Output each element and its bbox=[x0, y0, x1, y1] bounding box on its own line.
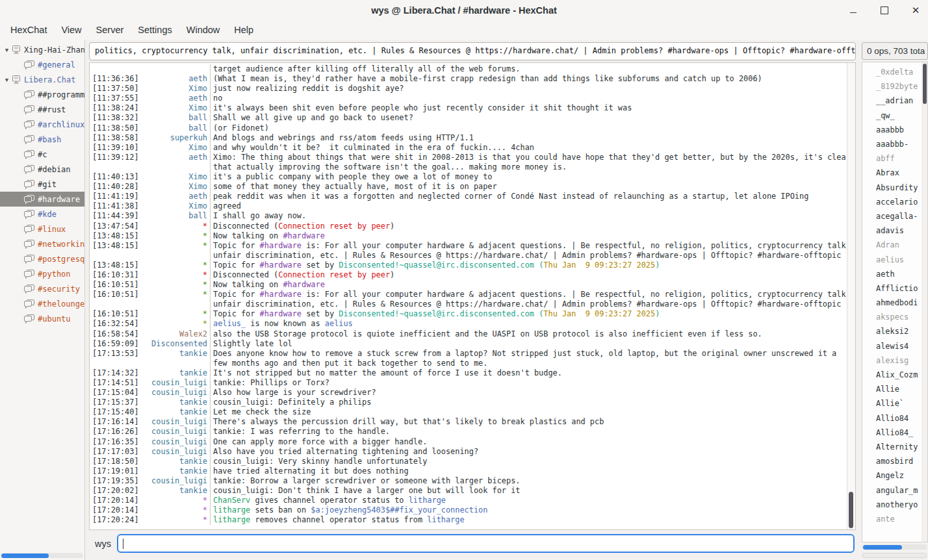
userlist-hscrollbar-track[interactable] bbox=[862, 553, 927, 558]
timestamp: [11:37:55] bbox=[90, 94, 138, 103]
expander-icon[interactable]: ▼ bbox=[2, 77, 12, 83]
timestamp: [17:15:37] bbox=[90, 398, 138, 407]
userlist-item-allio84[interactable]: Allio84_ bbox=[862, 426, 922, 440]
message-text: cousin_luigi: Don't think I have a large… bbox=[211, 486, 847, 496]
network-xing-hai-zhan[interactable]: ▼Xing-Hai-Zhan bbox=[0, 42, 84, 57]
timestamp: [17:16:26] bbox=[90, 427, 138, 437]
menu-server[interactable]: Server bbox=[89, 22, 131, 38]
scrollbar-thumb[interactable] bbox=[863, 545, 902, 550]
userlist-item-aelius[interactable]: aelius bbox=[862, 252, 922, 266]
message-text: unfair discrimination, etc. | Rules & Re… bbox=[211, 251, 847, 261]
channel-tree-hscrollbar[interactable] bbox=[1, 553, 83, 558]
userlist-item-adrian[interactable]: __adrian bbox=[862, 94, 922, 108]
channel-general[interactable]: #general bbox=[0, 57, 84, 72]
userlist-item-allie[interactable]: Allie bbox=[862, 382, 922, 396]
channel-hardware[interactable]: #hardware bbox=[0, 192, 84, 207]
channel-thelounge[interactable]: #thelounge bbox=[0, 296, 84, 311]
timestamp: [11:44:39] bbox=[90, 211, 138, 221]
userlist-item-allie[interactable]: Allie` bbox=[862, 396, 922, 411]
message-text: also the USB Storage protocol is quiote … bbox=[211, 329, 847, 339]
message-text: few months ago and then put it back toge… bbox=[211, 359, 847, 368]
network-libera-chat[interactable]: ▼Libera.Chat bbox=[0, 72, 84, 87]
message-input[interactable] bbox=[117, 534, 855, 553]
userlist-item-abff[interactable]: abff bbox=[862, 151, 922, 166]
userlist-item-angular-m[interactable]: angular_m bbox=[862, 483, 922, 497]
chat-line: [11:40:13]Ximoit's a public company with… bbox=[90, 172, 847, 182]
userlist-item-amosbird[interactable]: amosbird bbox=[862, 454, 922, 468]
userlist-hscrollbar[interactable] bbox=[862, 544, 927, 550]
channel-ubuntu[interactable]: #ubuntu bbox=[0, 311, 84, 326]
channel-linux[interactable]: #linux bbox=[0, 222, 84, 236]
close-icon[interactable]: ✕ bbox=[910, 5, 922, 16]
chat-line: [17:15:37]tankiecousin_luigi: Definitely… bbox=[90, 398, 847, 407]
channel-debian[interactable]: #debian bbox=[0, 162, 84, 177]
userlist-vscrollbar[interactable] bbox=[922, 62, 927, 542]
user-count-label: 0 ops, 703 tota bbox=[862, 42, 928, 60]
userlist-item-alexisg[interactable]: alexisg bbox=[862, 353, 922, 368]
userlist-item-angelz[interactable]: Angelz bbox=[862, 468, 922, 483]
userlist-item-8192byte[interactable]: _8192byte bbox=[862, 79, 922, 94]
maximize-icon[interactable] bbox=[879, 5, 890, 16]
userlist-item-aaabbb[interactable]: aaabbb bbox=[862, 123, 922, 137]
userlist-item-allio84[interactable]: Allio84 bbox=[862, 411, 922, 426]
scrollbar-thumb[interactable] bbox=[1, 554, 49, 558]
chat-line: [17:20:02]tankiecousin_luigi: Don't thin… bbox=[90, 486, 847, 496]
userlist-item-ante[interactable]: ante bbox=[862, 512, 922, 526]
timestamp: [11:38:24] bbox=[90, 103, 138, 113]
userlist-item-alewis4[interactable]: alewis4 bbox=[862, 339, 922, 353]
menu-settings[interactable]: Settings bbox=[131, 22, 179, 38]
center-column: politics, cryptocurrency talk, unfair di… bbox=[85, 40, 859, 560]
chat-vscrollbar[interactable] bbox=[847, 63, 855, 529]
channel-archlinux[interactable]: #archlinux bbox=[0, 117, 84, 132]
channel-rust[interactable]: ##rust bbox=[0, 102, 84, 117]
userlist-item-afflictio[interactable]: Afflictio bbox=[862, 281, 922, 296]
scrollbar-thumb[interactable] bbox=[923, 64, 927, 104]
nick: Ximo bbox=[138, 172, 207, 182]
minimize-icon[interactable] bbox=[847, 5, 859, 16]
menu-help[interactable]: Help bbox=[227, 22, 261, 38]
userlist-item-aeth[interactable]: aeth bbox=[862, 267, 922, 281]
chat-line: [11:38:24]Ximoit's always been shit even… bbox=[90, 103, 847, 113]
channel-postgresql[interactable]: #postgresql bbox=[0, 251, 84, 266]
userlist-item-adran[interactable]: Adran bbox=[862, 238, 922, 252]
channel-c[interactable]: #c bbox=[0, 147, 84, 162]
nick: cousin_luigi bbox=[138, 476, 207, 486]
message-text: Disconnected (Connection reset by peer) bbox=[211, 222, 847, 231]
timestamp: [17:14:51] bbox=[90, 378, 138, 388]
menu-view[interactable]: View bbox=[54, 22, 88, 38]
userlist-item-absurdity[interactable]: Absurdity bbox=[862, 181, 922, 195]
userlist-item-ahmedbodi[interactable]: ahmedbodi bbox=[862, 296, 922, 310]
userlist-item-aleksi2[interactable]: aleksi2 bbox=[862, 324, 922, 338]
userlist-item-alternity[interactable]: Alternity bbox=[862, 440, 922, 454]
userlist-item-anotheryo[interactable]: anotheryo bbox=[862, 498, 922, 512]
userlist-item-abrax[interactable]: Abrax bbox=[862, 166, 922, 180]
channel-icon bbox=[24, 90, 34, 99]
menu-window[interactable]: Window bbox=[179, 22, 227, 38]
expander-icon[interactable]: ▼ bbox=[2, 47, 12, 53]
scrollbar-thumb[interactable] bbox=[849, 492, 853, 528]
timestamp: [17:20:14] bbox=[90, 496, 138, 505]
nick: tankie bbox=[138, 349, 207, 359]
userlist-item-acegalla[interactable]: acegalla- bbox=[862, 209, 922, 223]
channel-python[interactable]: #python bbox=[0, 266, 84, 281]
chat-line: [17:16:26]cousin_luigitankie: I was refe… bbox=[90, 427, 847, 437]
userlist-item-aaabbb[interactable]: aaabbb- bbox=[862, 137, 922, 151]
tree-label: #thelounge bbox=[38, 299, 84, 309]
userlist-item-accelario[interactable]: accelario bbox=[862, 195, 922, 209]
timestamp: [13:48:15] bbox=[90, 261, 138, 270]
channel-networking[interactable]: #networking bbox=[0, 236, 84, 251]
channel-bash[interactable]: #bash bbox=[0, 132, 84, 147]
channel-security[interactable]: #security bbox=[0, 281, 84, 296]
userlist-item-0xdelta[interactable]: _0xdelta bbox=[862, 65, 922, 79]
chat-line: [17:20:14]*ChanServ gives channel operat… bbox=[90, 496, 847, 505]
userlist-item-qw[interactable]: _qw_ bbox=[862, 108, 922, 123]
topic-input[interactable]: politics, cryptocurrency talk, unfair di… bbox=[89, 42, 856, 60]
channel-kde[interactable]: #kde bbox=[0, 207, 84, 222]
userlist-item-adavis[interactable]: adavis bbox=[862, 223, 922, 238]
chat-line: [11:39:12]aethXimo: The thing about thin… bbox=[90, 153, 847, 162]
channel-git[interactable]: #git bbox=[0, 177, 84, 192]
channel-programming[interactable]: ##programming bbox=[0, 87, 84, 102]
userlist-item-alix-cozm[interactable]: Alix_Cozm bbox=[862, 368, 922, 382]
menu-hexchat[interactable]: HexChat bbox=[3, 22, 54, 38]
userlist-item-akspecs[interactable]: akspecs bbox=[862, 310, 922, 324]
